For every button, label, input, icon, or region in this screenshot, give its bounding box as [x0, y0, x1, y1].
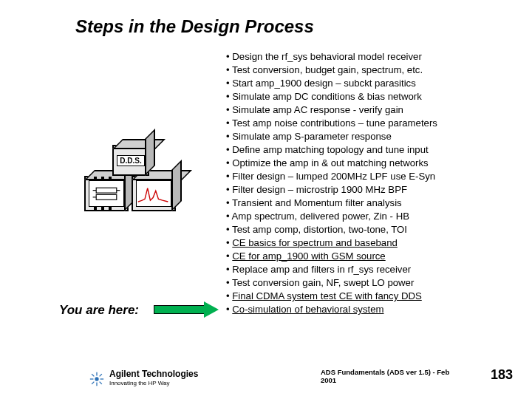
logo-tagline: Innovating the HP Way: [109, 380, 169, 386]
bullet-item: Final CDMA system test CE with fancy DDS: [226, 290, 522, 303]
bullet-text: Amp spectrum, delivered power, Zin - HB: [232, 211, 409, 222]
bullet-text: Test amp noise contributions – tune para…: [232, 117, 437, 129]
svg-rect-1: [96, 194, 117, 200]
cube-dds: D.D.S.: [112, 145, 149, 176]
svg-line-11: [100, 381, 102, 383]
bullet-text: Filter design – microstrip 1900 MHz BPF: [232, 184, 407, 195]
bullet-text: Simulate amp DC conditions & bias networ…: [232, 91, 422, 102]
bullet-text: Simulate amp S-parameter response: [232, 131, 392, 142]
bullet-text: Co-simulation of behavioral system: [232, 304, 383, 315]
slide-title: Steps in the Design Process: [75, 16, 314, 37]
footer: Agilent Technologies Innovating the HP W…: [0, 355, 532, 389]
footer-note: ADS Fundamentals (ADS ver 1.5) - Feb 200…: [321, 368, 461, 384]
bullet-item: Filter design – lumped 200MHz LPF use E-…: [226, 170, 522, 183]
bullet-item: Start amp_1900 design – subckt parasitic…: [226, 77, 522, 90]
slide: Steps in the Design Process D.D.S. You a…: [0, 0, 532, 399]
bullet-item: Define amp matching topology and tune in…: [226, 143, 522, 157]
plot-icon: [136, 180, 171, 207]
chip-icon: [89, 180, 124, 207]
arrow-icon: [154, 301, 220, 318]
bullet-text: Design the rf_sys behavioral model recei…: [232, 51, 422, 62]
cube-chip: [84, 176, 129, 211]
bullet-item: Simulate amp S-parameter response: [226, 130, 522, 143]
bullet-text: CE for amp_1900 with GSM source: [232, 250, 385, 262]
you-are-here-label: You are here:: [59, 303, 139, 318]
cubes-graphic: D.D.S.: [71, 145, 185, 222]
bullet-text: Test amp comp, distortion, two-tone, TOI: [232, 224, 407, 235]
bullet-item: Test conversion, budget gain, spectrum, …: [226, 64, 522, 77]
bullet-text: Replace amp and filters in rf_sys receiv…: [232, 264, 411, 275]
spark-icon: [89, 371, 105, 387]
bullet-item: Simulate amp AC response - verify gain: [226, 103, 522, 117]
svg-line-10: [92, 374, 94, 376]
bullet-item: Optimize the amp in & out matching netwo…: [226, 157, 522, 170]
bullet-text: Test conversion, budget gain, spectrum, …: [232, 64, 423, 75]
bullet-item: Replace amp and filters in rf_sys receiv…: [226, 263, 522, 276]
bullet-list: Design the rf_sys behavioral model recei…: [226, 50, 522, 316]
bullet-item: CE basics for spectrum and baseband: [226, 236, 522, 250]
bullet-text: Filter design – lumped 200MHz LPF use E-…: [232, 171, 435, 182]
logo-company: Agilent Technologies: [109, 369, 198, 379]
bullet-item: Filter design – microstrip 1900 MHz BPF: [226, 183, 522, 197]
bullet-item: Simulate amp DC conditions & bias networ…: [226, 90, 522, 103]
bullet-item: Amp spectrum, delivered power, Zin - HB: [226, 210, 522, 223]
svg-line-12: [100, 374, 102, 376]
bullet-item: CE for amp_1900 with GSM source: [226, 250, 522, 263]
bullet-text: Simulate amp AC response - verify gain: [232, 104, 403, 115]
cube-plot: [132, 176, 176, 211]
page-number: 183: [491, 367, 513, 383]
bullet-item: Transient and Momentum filter analysis: [226, 197, 522, 210]
bullet-text: CE basics for spectrum and baseband: [232, 237, 398, 248]
bullet-text: Test conversion gain, NF, swept LO power: [232, 277, 414, 288]
bullet-item: Test conversion gain, NF, swept LO power: [226, 276, 522, 290]
svg-line-13: [92, 381, 94, 383]
dds-icon: D.D.S.: [117, 155, 144, 166]
svg-point-5: [95, 377, 98, 380]
bullet-item: Design the rf_sys behavioral model recei…: [226, 50, 522, 64]
bullet-item: Test amp comp, distortion, two-tone, TOI: [226, 223, 522, 236]
bullet-text: Final CDMA system test CE with fancy DDS: [232, 290, 422, 301]
logo-text: Agilent Technologies Innovating the HP W…: [109, 370, 198, 387]
bullet-text: Transient and Momentum filter analysis: [232, 197, 402, 208]
bullet-item: Test amp noise contributions – tune para…: [226, 117, 522, 130]
svg-rect-0: [96, 188, 117, 193]
bullet-text: Optimize the amp in & out matching netwo…: [232, 157, 428, 168]
bullet-text: Start amp_1900 design – subckt parasitic…: [232, 78, 416, 89]
logo: Agilent Technologies Innovating the HP W…: [89, 370, 198, 387]
bullet-item: Co-simulation of behavioral system: [226, 303, 522, 316]
bullet-text: Define amp matching topology and tune in…: [232, 144, 428, 155]
